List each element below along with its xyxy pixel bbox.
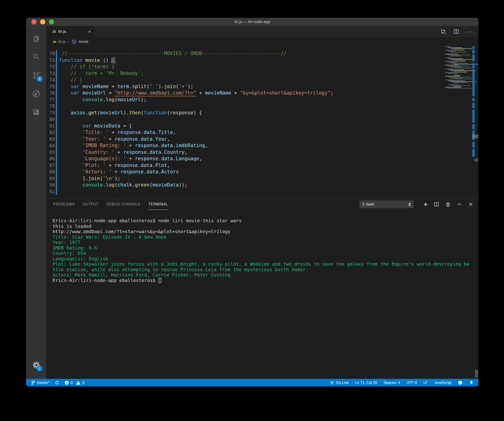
- git-modified-gutter: [56, 149, 57, 156]
- notifications-bell-icon[interactable]: [469, 380, 474, 385]
- tab-close-icon[interactable]: ×: [88, 29, 91, 34]
- line-number: 70: [46, 50, 55, 57]
- modified-line-marker: [472, 46, 475, 49]
- terminal-shell-label: 1: bash: [362, 202, 374, 206]
- git-branch-status[interactable]: master*: [31, 380, 50, 385]
- editor-scrollbar-thumb[interactable]: [472, 135, 478, 138]
- git-modified-gutter: [56, 96, 57, 103]
- line-number: 84: [46, 142, 55, 149]
- code-line: 72 // if (!term) {: [46, 63, 478, 70]
- git-modified-gutter: [56, 175, 57, 182]
- zoom-window-button[interactable]: [49, 19, 54, 24]
- code-line: 84 'IMDB Rating: ' + response.data.imdbR…: [46, 142, 478, 149]
- breadcrumb-file[interactable]: liri.js: [58, 40, 66, 44]
- close-window-button[interactable]: [31, 19, 36, 24]
- terminal-line: Country: USA: [53, 251, 478, 256]
- line-number: 87: [46, 162, 55, 169]
- sidebar-item-debug[interactable]: [29, 85, 43, 103]
- indentation-setting[interactable]: Spaces: 4: [384, 381, 400, 385]
- panel-tab-output[interactable]: OUTPUT: [83, 199, 99, 210]
- terminal-output[interactable]: Erics-Air:liri-node-app eballesteros$ no…: [46, 210, 478, 283]
- problems-status[interactable]: 0 0: [64, 380, 84, 385]
- git-modified-gutter: [56, 83, 57, 90]
- minimap[interactable]: [445, 46, 472, 143]
- line-number: 71: [46, 57, 55, 64]
- panel-tab-problems[interactable]: PROBLEMS: [53, 199, 75, 210]
- error-icon: [64, 380, 69, 385]
- search-icon: [33, 53, 40, 61]
- more-actions-icon[interactable]: ···: [466, 28, 473, 35]
- minimize-window-button[interactable]: [40, 19, 45, 24]
- code-line: 87 'Plot: ' + response.data.Plot,: [46, 162, 478, 169]
- split-terminal-icon[interactable]: [434, 201, 439, 207]
- editor-scrollbar-handle[interactable]: [474, 158, 478, 162]
- close-panel-icon[interactable]: [468, 202, 473, 207]
- panel-tab-terminal[interactable]: TERMINAL: [148, 199, 168, 210]
- traffic-lights: [31, 18, 54, 26]
- modified-line-marker: [472, 50, 475, 53]
- activity-bar: 9: [26, 26, 46, 379]
- terminal-line: Erics-Air:liri-node-app eballesteros$: [53, 278, 478, 283]
- window-title: liri.js — liri-node-app: [234, 20, 270, 24]
- sidebar-item-extensions[interactable]: [29, 103, 43, 122]
- panel-header: PROBLEMSOUTPUTDEBUG CONSOLETERMINAL 1: b…: [46, 199, 478, 210]
- sidebar-item-source-control[interactable]: 9: [29, 66, 43, 85]
- terminal-shell-select[interactable]: 1: bash: [359, 200, 414, 208]
- terminal-line: Language(s): English: [53, 256, 478, 262]
- line-number: 81: [46, 123, 55, 129]
- status-bar: master*: [26, 379, 478, 386]
- panel-scrollbar-thumb[interactable]: [475, 370, 478, 378]
- tab-liri-js[interactable]: JS liri.js ×: [46, 26, 95, 37]
- feedback-smiley-icon[interactable]: [458, 380, 463, 385]
- title-bar: liri.js — liri-node-app: [26, 18, 478, 26]
- language-mode[interactable]: JavaScript: [434, 381, 451, 385]
- line-number: 76: [46, 90, 55, 96]
- tab-label: liri.js: [58, 29, 66, 34]
- modified-line-marker: [472, 63, 475, 68]
- code-line: 70 //---------------------------------MO…: [46, 50, 478, 57]
- go-live-button[interactable]: Go Live: [330, 380, 349, 385]
- chevron-right-icon: ›: [68, 39, 69, 44]
- editor-tab-bar: JS liri.js ×: [46, 26, 478, 37]
- code-line: 76 var movieUrl = "http://www.omdbapi.co…: [46, 90, 478, 96]
- sidebar-item-search[interactable]: [29, 48, 43, 66]
- code-line: 71function movie () {: [46, 57, 478, 64]
- settings-button[interactable]: 1: [29, 356, 43, 374]
- git-modified-gutter: [56, 188, 57, 195]
- kill-terminal-icon[interactable]: [445, 201, 451, 207]
- git-modified-gutter: [56, 76, 57, 83]
- vscode-window: liri.js — liri-node-app: [26, 18, 478, 386]
- line-number: 79: [46, 110, 55, 116]
- cursor-position[interactable]: Ln 71, Col 20: [355, 381, 377, 385]
- code-line: 83 'Year: ' + response.data.Year,: [46, 136, 478, 142]
- terminal-line: Plot: Luke Skywalker joins forces with a…: [53, 262, 478, 267]
- git-modified-gutter: [56, 155, 57, 162]
- debug-icon: [32, 90, 40, 98]
- line-number: 72: [46, 63, 55, 70]
- open-changes-icon[interactable]: [441, 29, 446, 34]
- maximize-panel-icon[interactable]: [457, 201, 462, 207]
- split-editor-icon[interactable]: [453, 29, 459, 34]
- line-number: 90: [46, 182, 55, 188]
- code-line: 73 // term = 'Mr. Nobody';: [46, 70, 478, 77]
- code-line: 88 'Actors: ' + response.data.Actors: [46, 169, 478, 175]
- sidebar-item-explorer[interactable]: [29, 29, 43, 48]
- terminal-line: IMDB Rating: 8.6: [53, 245, 478, 251]
- code-editor[interactable]: 70 //---------------------------------MO…: [46, 46, 478, 199]
- line-number: 85: [46, 149, 55, 156]
- new-terminal-icon[interactable]: +: [423, 201, 428, 208]
- sync-icon: [55, 380, 59, 385]
- breadcrumb-symbol[interactable]: movie: [78, 40, 88, 44]
- go-live-label: Go Live: [336, 381, 349, 385]
- line-number: 74: [46, 76, 55, 83]
- code-line: 79 axios.get(movieUrl).then(function(res…: [46, 110, 478, 116]
- git-modified-gutter: [56, 142, 57, 149]
- javascript-file-icon: JS: [52, 30, 56, 33]
- panel-tab-debug-console[interactable]: DEBUG CONSOLE: [106, 199, 140, 210]
- code-line: 86 'Language(s): ' + response.data.Langu…: [46, 155, 478, 162]
- sync-changes-button[interactable]: [55, 380, 59, 385]
- encoding-setting[interactable]: UTF-8: [406, 381, 417, 385]
- editor-code: 70 //---------------------------------MO…: [46, 50, 478, 195]
- eol-setting[interactable]: LF: [423, 381, 428, 385]
- terminal-line: Erics-Air:liri-node-app eballesteros$ no…: [53, 218, 478, 224]
